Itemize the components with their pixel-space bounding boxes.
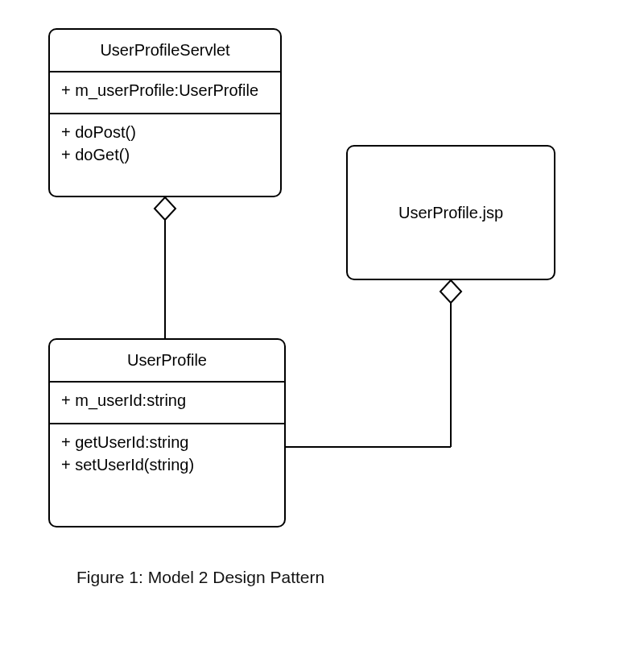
class-box-servlet: UserProfileServlet + m_userProfile:UserP… [48,28,282,197]
class-attributes: + m_userProfile:UserProfile [50,72,280,113]
class-methods: + doPost() + doGet() [50,113,280,177]
class-title: UserProfile [50,340,284,383]
aggregation-diamond-icon [155,197,175,220]
method-row: + doPost() [61,121,269,143]
class-box-jsp: UserProfile.jsp [346,145,555,280]
method-row: + setUserId(string) [61,453,273,476]
method-row: + doGet() [61,143,269,166]
class-methods: + getUserId:string + setUserId(string) [50,423,284,508]
aggregation-diamond-icon [440,280,461,303]
class-box-profile: UserProfile + m_userId:string + getUserI… [48,338,286,527]
attribute-row: + m_userProfile:UserProfile [61,79,269,101]
class-title: UserProfileServlet [50,30,280,72]
figure-caption: Figure 1: Model 2 Design Pattern [76,568,324,587]
class-title: UserProfile.jsp [398,204,503,222]
method-row: + getUserId:string [61,431,273,453]
attribute-row: + m_userId:string [61,389,273,412]
uml-diagram: UserProfileServlet + m_userProfile:UserP… [0,0,644,666]
class-attributes: + m_userId:string [50,383,284,423]
